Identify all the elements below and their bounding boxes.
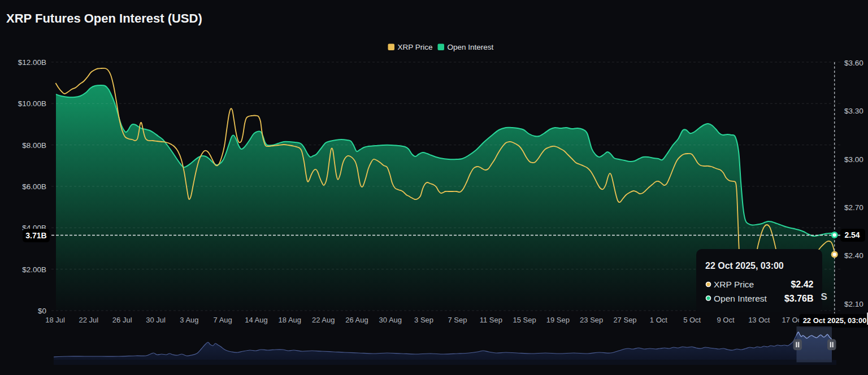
svg-text:22 Oct 2025, 03:00: 22 Oct 2025, 03:00 bbox=[803, 316, 867, 325]
svg-text:7 Aug: 7 Aug bbox=[214, 316, 232, 324]
svg-text:2.54: 2.54 bbox=[844, 230, 860, 239]
svg-text:11 Sep: 11 Sep bbox=[480, 316, 502, 324]
svg-text:27 Sep: 27 Sep bbox=[613, 316, 636, 324]
svg-text:13 Oct: 13 Oct bbox=[748, 316, 770, 324]
svg-text:30 Aug: 30 Aug bbox=[379, 316, 402, 324]
svg-text:22 Jul: 22 Jul bbox=[79, 316, 99, 324]
svg-text:3.71B: 3.71B bbox=[25, 231, 46, 240]
svg-text:30 Jul: 30 Jul bbox=[146, 316, 166, 324]
svg-text:5 Oct: 5 Oct bbox=[683, 316, 701, 324]
svg-text:$6.00B: $6.00B bbox=[22, 182, 46, 191]
svg-text:S: S bbox=[821, 291, 827, 302]
svg-text:XRP Futures Open Interest (USD: XRP Futures Open Interest (USD) bbox=[6, 11, 202, 25]
svg-text:3 Sep: 3 Sep bbox=[414, 316, 433, 324]
svg-text:$3.60: $3.60 bbox=[844, 59, 863, 67]
svg-text:14 Aug: 14 Aug bbox=[245, 316, 268, 324]
svg-text:$12.00B: $12.00B bbox=[18, 58, 46, 67]
svg-text:23 Sep: 23 Sep bbox=[580, 316, 603, 324]
svg-text:$2.70: $2.70 bbox=[844, 203, 863, 212]
svg-text:$2.42: $2.42 bbox=[791, 280, 813, 289]
svg-text:26 Jul: 26 Jul bbox=[112, 316, 132, 324]
svg-text:$3.00: $3.00 bbox=[844, 155, 863, 164]
svg-text:$10.00B: $10.00B bbox=[18, 99, 46, 108]
svg-text:XRP Price: XRP Price bbox=[714, 280, 754, 289]
svg-text:19 Sep: 19 Sep bbox=[546, 316, 570, 324]
svg-text:15 Sep: 15 Sep bbox=[513, 316, 536, 324]
svg-text:$2.00B: $2.00B bbox=[22, 265, 46, 274]
svg-text:18 Aug: 18 Aug bbox=[279, 316, 302, 324]
svg-text:Open Interest: Open Interest bbox=[714, 294, 767, 303]
svg-text:26 Aug: 26 Aug bbox=[345, 316, 368, 324]
svg-text:22 Oct 2025, 03:00: 22 Oct 2025, 03:00 bbox=[705, 261, 784, 271]
svg-text:22 Aug: 22 Aug bbox=[312, 316, 335, 324]
svg-text:$3.76B: $3.76B bbox=[784, 294, 814, 303]
svg-text:$0: $0 bbox=[38, 307, 46, 315]
svg-text:3 Aug: 3 Aug bbox=[180, 316, 198, 324]
svg-text:18 Jul: 18 Jul bbox=[45, 316, 65, 324]
svg-text:Open Interest: Open Interest bbox=[448, 43, 494, 51]
svg-text:1 Oct: 1 Oct bbox=[650, 316, 667, 324]
svg-text:7 Sep: 7 Sep bbox=[448, 316, 467, 324]
svg-text:$2.10: $2.10 bbox=[844, 300, 863, 308]
svg-text:XRP Price: XRP Price bbox=[398, 43, 433, 51]
svg-text:9 Oct: 9 Oct bbox=[717, 316, 734, 324]
svg-text:$2.40: $2.40 bbox=[844, 251, 863, 260]
svg-text:$8.00B: $8.00B bbox=[22, 141, 46, 150]
svg-text:$3.30: $3.30 bbox=[844, 107, 863, 115]
